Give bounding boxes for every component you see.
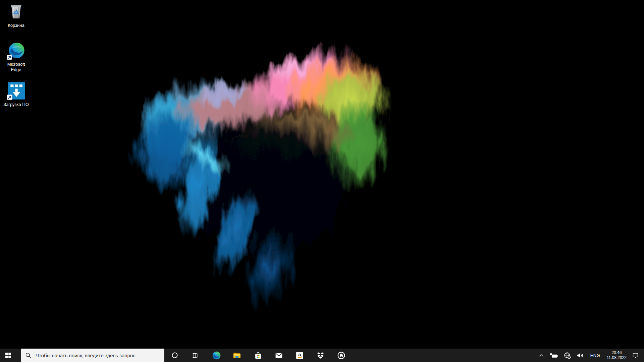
tray-clock-button[interactable]: 20:46 11.08.2022 [604,349,630,362]
tray-battery-button[interactable] [547,349,561,362]
globe-no-internet-icon [564,352,571,359]
recycle-bin-icon [7,3,25,21]
reader-app-icon [337,351,345,360]
action-center-button[interactable] [630,349,641,362]
taskbar-dropbox-button[interactable] [310,349,331,362]
taskbar-search-box[interactable] [21,349,164,362]
tray-time: 20:46 [611,350,622,355]
desktop-surface[interactable]: Корзина Microsoft Edge [0,0,644,362]
shortcut-arrow-overlay [7,95,12,100]
mail-icon [275,351,283,360]
search-icon [25,352,32,359]
action-center-icon [632,352,639,359]
microsoft-edge-icon [7,42,25,60]
taskbar-cortana-button[interactable] [164,349,185,362]
desktop-icon-microsoft-edge[interactable]: Microsoft Edge [1,42,31,72]
amazon-icon: a [296,351,304,360]
file-explorer-icon [233,351,241,360]
desktop-icon-software-download[interactable]: Загрузка ПО [1,82,31,107]
taskbar-amazon-button[interactable]: a [289,349,310,362]
taskbar-reader-app-button[interactable] [331,349,352,362]
desktop-icon-recycle-bin[interactable]: Корзина [1,3,31,28]
wallpaper-image [0,0,644,362]
volume-icon [576,352,584,359]
taskbar-store-button[interactable] [248,349,268,362]
desktop-icon-label: Microsoft Edge [2,62,31,72]
desktop-icon-label: Корзина [8,23,24,28]
tray-volume-button[interactable] [574,349,587,362]
taskbar-task-view-button[interactable] [185,349,206,362]
microsoft-store-icon [254,351,262,360]
dropbox-icon [316,351,325,360]
windows-logo-icon [5,353,11,358]
battery-charging-icon [549,352,559,359]
shortcut-arrow-overlay [7,55,12,60]
search-input[interactable] [35,352,160,359]
system-tray: ENG 20:46 11.08.2022 [536,349,644,362]
task-view-icon [192,352,200,359]
cortana-icon [171,352,178,359]
software-download-icon [7,82,25,101]
microsoft-edge-icon [212,351,221,360]
desktop-icon-label: Загрузка ПО [3,102,29,107]
chevron-up-icon [538,352,544,359]
start-button[interactable] [0,349,16,362]
tray-date: 11.08.2022 [607,355,627,360]
taskbar-edge-button[interactable] [206,349,227,362]
taskbar-file-explorer-button[interactable] [227,349,248,362]
tray-hidden-icons-button[interactable] [536,349,547,362]
tray-network-button[interactable] [561,349,574,362]
svg-text:a: a [298,352,301,357]
taskbar: a [0,349,644,362]
taskbar-mail-button[interactable] [268,349,289,362]
tray-language-button[interactable]: ENG [587,349,604,362]
